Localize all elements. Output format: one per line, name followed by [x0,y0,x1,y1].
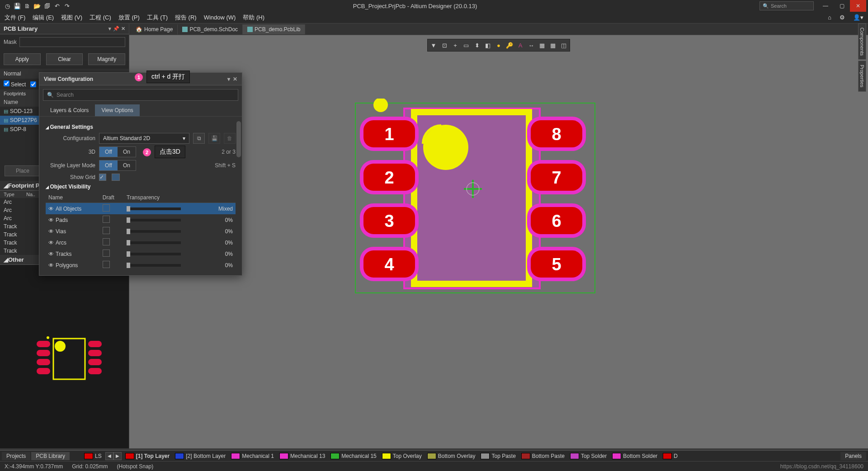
menu-report[interactable]: 报告 (R) [173,13,198,23]
minimize-button[interactable]: — [817,0,834,12]
annotation-1-text: ctrl + d 开打 [146,71,190,83]
hole-icon[interactable]: ● [495,41,503,49]
layer-item[interactable]: [2] Bottom Layer [173,453,227,459]
active-bar: ▼ ⊡ + ▭ ⬍ ◧ ● 🔑 A ↔ ▦ ▦ ◫ [427,39,570,52]
mask-dropdown[interactable] [19,37,125,47]
redo-icon[interactable]: ↷ [63,2,71,9]
layer-item[interactable]: Mechanical 13 [278,453,327,459]
global-search[interactable]: 🔍 Search [760,1,814,10]
tab-layers-colors[interactable]: Layers & Colors [44,104,95,116]
text-icon[interactable]: A [516,41,524,49]
layer-item[interactable]: Mechanical 15 [329,453,378,459]
layer-item[interactable]: Top Overlay [380,453,424,459]
panel-menu-icon[interactable]: ▾ [108,26,111,32]
properties-tab[interactable]: Properties [858,61,866,91]
show-grid-checkbox[interactable]: ✓ [99,174,106,181]
snap-icon[interactable]: ⊡ [440,41,448,49]
save-all-icon[interactable]: 🗎 [24,2,31,9]
select-checkbox[interactable]: Select [4,80,26,88]
chart-icon[interactable]: ▦ [538,41,546,49]
panel-close-icon[interactable]: ✕ [121,26,125,32]
trash-icon[interactable]: 🗑 [224,133,236,144]
close-button[interactable]: ✕ [850,0,866,12]
visibility-row[interactable]: 👁Arcs0% [46,237,236,248]
home-icon[interactable]: ⌂ [826,13,833,22]
visibility-row[interactable]: 👁Tracks0% [46,248,236,259]
pcb-library-tab[interactable]: PCB Library [31,452,70,460]
panel-pin-icon[interactable]: 📌 [113,26,119,32]
annotation-2-badge: 2 [143,148,151,156]
user-icon[interactable]: 👤▾ [851,13,865,22]
panels-button[interactable]: Panels [840,452,866,460]
menu-edit[interactable]: 编辑 (E) [31,13,56,23]
menu-view[interactable]: 视图 (V) [59,13,84,23]
open-icon[interactable]: 📂 [33,2,41,9]
layer-prev[interactable]: ◀ [105,452,113,460]
align-icon[interactable]: ⬍ [473,41,481,49]
menu-tools[interactable]: 工具 (T) [145,13,170,23]
layer-icon[interactable]: ◫ [560,41,568,49]
layer-item[interactable]: Top Paste [479,453,517,459]
save-config-icon[interactable]: ⧉ [193,133,205,144]
scrollbar[interactable] [236,121,241,157]
tab-pcblib[interactable]: PCB_demo.PcbLib [243,24,305,34]
layer-item[interactable]: D [661,453,679,459]
plus-icon[interactable]: + [451,41,459,49]
svg-rect-7 [88,341,102,347]
grid-icon[interactable]: ▦ [549,41,557,49]
configuration-label: Configuration [46,135,95,141]
3d-toggle[interactable]: OffOn [99,146,136,157]
menu-project[interactable]: 工程 (C) [88,13,113,23]
projects-tab[interactable]: Projects [2,452,30,460]
zoom-checkbox[interactable] [30,81,36,87]
view-configuration-panel: View Configuration ▾✕ 🔍 Search Layers & … [39,72,242,276]
components-tab[interactable]: Components [858,24,866,60]
layer-item[interactable]: Bottom Paste [519,453,566,459]
visibility-row[interactable]: 👁Pads0% [46,214,236,226]
document-tabs: 🏠Home Page PCB_demo.SchDoc PCB_demo.PcbL… [129,24,868,35]
menu-help[interactable]: 帮助 (H) [241,13,266,23]
visibility-row[interactable]: 👁Vias0% [46,226,236,237]
key-icon[interactable]: 🔑 [505,41,514,49]
place-button[interactable]: Place [5,165,41,176]
slm-toggle[interactable]: OffOn [99,160,136,171]
layer-item[interactable]: Bottom Solder [610,453,659,459]
svg-text:8: 8 [552,125,561,144]
layer-item[interactable]: [1] Top Layer [123,453,171,459]
magnify-button[interactable]: Magnify [88,53,125,65]
apply-button[interactable]: Apply [4,53,41,65]
tab-view-options[interactable]: View Options [95,104,139,116]
svg-rect-0 [47,336,49,339]
rect-icon[interactable]: ▭ [462,41,470,49]
maximize-button[interactable]: ▢ [834,0,850,12]
disk-icon[interactable]: 💾 [208,133,220,144]
tab-schdoc[interactable]: PCB_demo.SchDoc [178,24,243,34]
visibility-row[interactable]: 👁Polygons0% [46,259,236,271]
menu-file[interactable]: 文件 (F) [3,13,27,23]
svg-text:5: 5 [552,255,561,274]
panel-close-icon[interactable]: ✕ [233,76,237,82]
erase-icon[interactable]: ◧ [484,41,492,49]
save-icon[interactable]: 💾 [14,2,21,9]
svg-text:7: 7 [552,168,561,187]
gear-icon[interactable]: ⚙ [838,13,847,22]
layer-next[interactable]: ▶ [113,452,122,460]
print-icon[interactable]: 🗐 [43,2,51,9]
undo-icon[interactable]: ↶ [53,2,61,9]
panel-menu-icon[interactable]: ▾ [227,76,230,82]
tab-home[interactable]: 🏠Home Page [131,24,178,34]
menu-window[interactable]: Window (W) [202,13,238,22]
layer-item[interactable]: Mechanical 1 [229,453,276,459]
menu-place[interactable]: 放置 (P) [117,13,142,23]
layer-item[interactable]: Top Solder [568,453,609,459]
mask-label: Mask [4,39,17,45]
viewcfg-search[interactable]: 🔍 Search [43,89,238,101]
layer-item[interactable]: Bottom Overlay [425,453,477,459]
clear-button[interactable]: Clear [46,53,83,65]
panel-title: View Configuration [44,76,93,82]
visibility-row[interactable]: 👁All ObjectsMixed [46,203,236,215]
configuration-dropdown[interactable]: Altium Standard 2D▾ [99,133,189,144]
grid-color-swatch[interactable] [112,174,120,181]
filter-icon[interactable]: ▼ [429,41,438,49]
dim-icon[interactable]: ↔ [527,41,535,49]
